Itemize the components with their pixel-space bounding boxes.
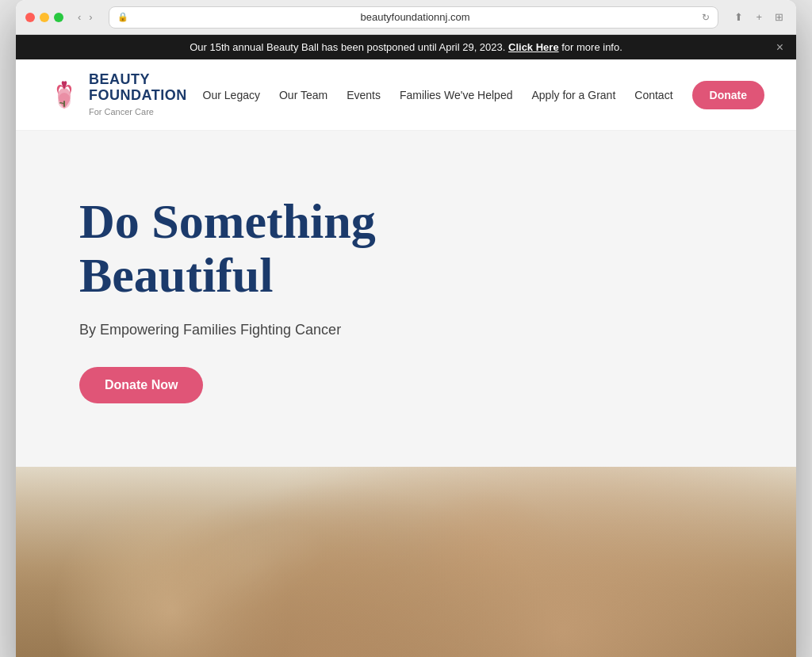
nav-donate-button[interactable]: Donate [692, 81, 764, 109]
address-bar[interactable]: 🔒 beautyfoundationnj.com ↻ [109, 6, 719, 29]
brand-tagline: For Cancer Care [89, 107, 154, 117]
back-button[interactable]: ‹ [75, 10, 84, 25]
nav-our-team[interactable]: Our Team [279, 89, 327, 101]
site-nav: Our Legacy Our Team Events Families We'v… [203, 81, 764, 109]
hero-image [16, 467, 796, 657]
nav-events[interactable]: Events [347, 89, 381, 101]
toolbar-right: ⬆ + ⊞ [731, 10, 787, 25]
hero-subtitle: By Empowering Families Fighting Cancer [79, 322, 749, 338]
photo-overlay [16, 467, 796, 657]
site-header: BEAUTYFOUNDATION For Cancer Care Our Leg… [16, 59, 796, 131]
announcement-close-button[interactable]: × [776, 40, 783, 55]
grid-button[interactable]: ⊞ [772, 10, 787, 25]
website-content: Our 15th annual Beauty Ball has been pos… [16, 35, 796, 657]
hero-title: Do Something Beautiful [79, 194, 749, 302]
lock-icon: 🔒 [117, 12, 128, 22]
donate-now-button[interactable]: Donate Now [79, 367, 203, 403]
announcement-bar: Our 15th annual Beauty Ball has been pos… [16, 35, 796, 59]
minimize-button[interactable] [40, 13, 49, 22]
nav-our-legacy[interactable]: Our Legacy [203, 89, 260, 101]
maximize-button[interactable] [54, 13, 63, 22]
hero-section: Do Something Beautiful By Empowering Fam… [16, 131, 796, 466]
nav-contact[interactable]: Contact [634, 89, 672, 101]
logo-area[interactable]: BEAUTYFOUNDATION For Cancer Care [48, 72, 187, 117]
url-text: beautyfoundationnj.com [133, 11, 698, 23]
nav-grant[interactable]: Apply for a Grant [531, 89, 615, 101]
nav-families[interactable]: Families We've Helped [400, 89, 512, 101]
announcement-link[interactable]: Click Here [508, 41, 559, 53]
svg-rect-1 [63, 101, 65, 107]
browser-window: ‹ › 🔒 beautyfoundationnj.com ↻ ⬆ + ⊞ Our… [16, 0, 796, 657]
new-tab-button[interactable]: + [753, 10, 765, 25]
share-button[interactable]: ⬆ [731, 10, 746, 25]
title-bar: ‹ › 🔒 beautyfoundationnj.com ↻ ⬆ + ⊞ [16, 0, 796, 35]
brand-name: BEAUTYFOUNDATION [89, 72, 187, 104]
forward-button[interactable]: › [86, 10, 95, 25]
announcement-text: Our 15th annual Beauty Ball has been pos… [190, 41, 622, 53]
close-button[interactable] [25, 13, 35, 22]
nav-arrows: ‹ › [75, 10, 96, 25]
logo-icon [48, 78, 81, 112]
traffic-lights [25, 13, 63, 22]
logo-text: BEAUTYFOUNDATION For Cancer Care [89, 72, 187, 117]
reload-icon[interactable]: ↻ [702, 12, 710, 23]
